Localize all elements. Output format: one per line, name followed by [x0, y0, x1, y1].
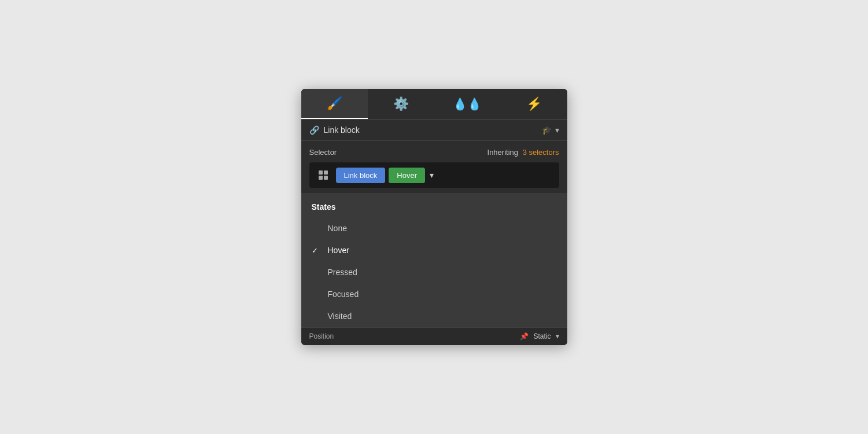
selector-section: Selector Inheriting 3 selectors Link blo…	[301, 141, 567, 194]
cap-icon: 🎓	[542, 125, 552, 135]
header-chevron[interactable]: ▾	[555, 125, 559, 135]
tab-interactions[interactable]: ⚡	[501, 89, 567, 119]
tab-style[interactable]: 🖌️	[301, 89, 368, 119]
selector-label: Selector	[309, 148, 337, 157]
inheriting-text: Inheriting 3 selectors	[487, 148, 559, 157]
state-focused-label: Focused	[328, 290, 359, 299]
static-status: Static	[533, 332, 551, 340]
inheriting-count[interactable]: 3 selectors	[523, 148, 559, 157]
bottom-bar: Position 📌 Static ▾	[301, 327, 567, 345]
header-row: 🔗 Link block 🎓 ▾	[301, 120, 567, 141]
bolt-icon: ⚡	[526, 97, 542, 112]
state-hover-label: Hover	[328, 246, 349, 255]
bottom-dropdown-arrow[interactable]: ▾	[556, 332, 559, 340]
svg-rect-0	[319, 170, 323, 175]
svg-rect-1	[324, 170, 328, 175]
gear-icon: ⚙️	[393, 97, 409, 112]
selector-label-row: Selector Inheriting 3 selectors	[309, 148, 559, 157]
header-actions: 🎓 ▾	[542, 125, 559, 135]
link-icon: 🔗	[309, 125, 319, 135]
style-panel: 🖌️ ⚙️ 💧💧 ⚡ 🔗 Link block 🎓 ▾ Selector Inh…	[301, 89, 567, 345]
link-block-button[interactable]: Link block	[336, 168, 386, 183]
state-item-pressed[interactable]: Pressed	[301, 261, 567, 283]
block-title: Link block	[324, 125, 542, 135]
tab-settings[interactable]: ⚙️	[368, 89, 434, 119]
brush-icon: 🖌️	[327, 96, 342, 111]
pin-icon: 📌	[520, 332, 529, 340]
state-dropdown-arrow[interactable]: ▾	[430, 170, 434, 180]
hover-checkmark: ✓	[312, 246, 321, 255]
state-pressed-label: Pressed	[328, 268, 357, 277]
state-visited-label: Visited	[328, 311, 352, 321]
states-dropdown: States None ✓ Hover Pressed Focused Visi…	[301, 194, 567, 327]
tab-bar: 🖌️ ⚙️ 💧💧 ⚡	[301, 89, 567, 120]
svg-rect-2	[319, 176, 323, 180]
state-item-focused[interactable]: Focused	[301, 283, 567, 305]
state-item-visited[interactable]: Visited	[301, 305, 567, 327]
selector-controls: Link block Hover ▾	[309, 162, 559, 188]
hover-state-button[interactable]: Hover	[389, 168, 425, 183]
selector-grid-icon[interactable]	[314, 166, 333, 184]
svg-rect-3	[324, 176, 328, 180]
drops-icon: 💧💧	[453, 97, 482, 111]
state-item-hover[interactable]: ✓ Hover	[301, 239, 567, 261]
states-header: States	[301, 194, 567, 217]
state-item-none[interactable]: None	[301, 217, 567, 239]
tab-appearance[interactable]: 💧💧	[434, 89, 501, 119]
state-none-label: None	[328, 224, 347, 233]
position-label: Position	[309, 332, 516, 340]
